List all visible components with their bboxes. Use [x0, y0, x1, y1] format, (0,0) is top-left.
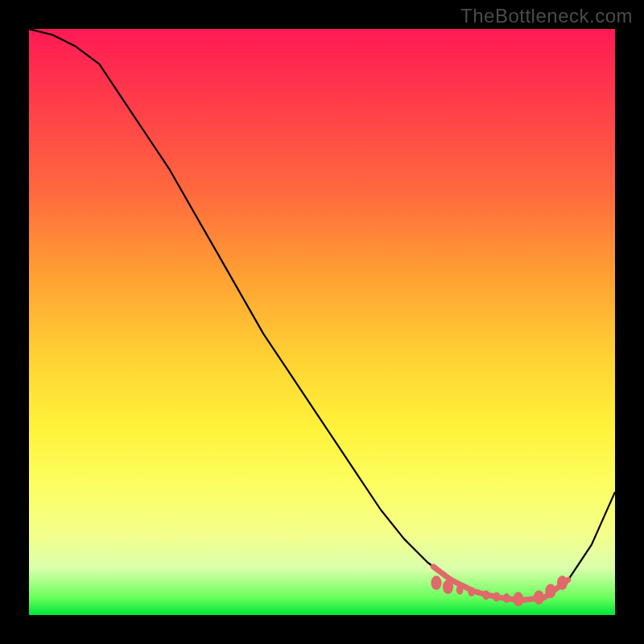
watermark-text: TheBottleneck.com	[460, 5, 633, 27]
bead-point	[503, 593, 510, 603]
bead-point	[443, 580, 453, 594]
bead-point	[456, 585, 464, 595]
chart-svg	[29, 29, 615, 615]
bead-cluster	[431, 567, 568, 606]
bottleneck-curve	[29, 29, 615, 601]
bead-point	[493, 592, 501, 601]
chart-frame: TheBottleneck.com	[0, 0, 644, 644]
bead-point	[431, 576, 441, 590]
bead-point	[482, 590, 489, 600]
bead-point	[534, 590, 544, 605]
plot-area	[29, 29, 615, 615]
bead-point	[545, 584, 555, 598]
bead-point	[468, 587, 475, 597]
bead-point	[557, 576, 568, 590]
bead-point	[513, 592, 523, 606]
